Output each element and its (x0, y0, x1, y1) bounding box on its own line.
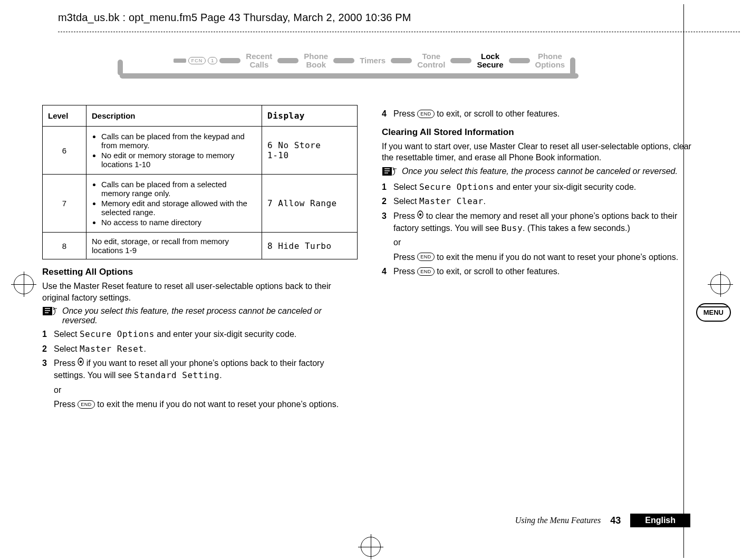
select-key-icon (417, 210, 423, 222)
footer-language: English (630, 514, 690, 527)
page-number: 43 (610, 515, 621, 526)
right-column: Press END to exit, or scroll to other fe… (382, 105, 697, 413)
dashed-rule (58, 32, 740, 32)
page-content: FCN 1 RecentCalls PhoneBook Timers ToneC… (42, 50, 699, 413)
end-key-icon: END (78, 400, 95, 409)
svg-point-2 (80, 361, 82, 363)
registration-mark-icon (361, 537, 381, 557)
note-text: Once you select this feature, the reset … (62, 306, 358, 325)
heading-clearing: Clearing All Stored Information (382, 127, 697, 138)
note-clear: Once you select this feature, the proces… (382, 167, 697, 178)
nav-item-lock-secure: LockSecure (474, 52, 506, 69)
end-key-icon: END (417, 110, 435, 118)
nav-item-tone-control: ToneControl (414, 52, 448, 69)
list-item: Press END to exit, or scroll to other fe… (382, 266, 697, 277)
list-item: Select Secure Options and enter your six… (382, 181, 697, 193)
note-text: Once you select this feature, the proces… (402, 167, 697, 178)
one-key-icon: 1 (208, 57, 217, 64)
end-key-icon: END (417, 253, 435, 261)
table-row: 6 Calls can be placed from the keypad an… (43, 127, 358, 175)
list-item: Select Secure Options and enter your six… (42, 329, 358, 340)
reset-paragraph: Use the Master Reset feature to reset al… (42, 281, 358, 303)
or-text: or (393, 237, 697, 248)
note-icon (382, 167, 398, 178)
nav-item-phone-book: PhoneBook (301, 52, 331, 69)
note-icon (42, 306, 58, 325)
registration-mark-icon (710, 274, 730, 294)
end-key-icon: END (417, 267, 435, 276)
nav-start-keys: FCN 1 (174, 57, 218, 64)
print-header: m3tda_us.bk : opt_menu.fm5 Page 43 Thurs… (58, 12, 411, 24)
list-item: Press END to exit, or scroll to other fe… (382, 108, 697, 120)
list-item: Press if you want to reset all your phon… (42, 358, 358, 410)
list-item: Select Master Clear. (382, 196, 697, 207)
clear-steps: Select Secure Options and enter your six… (382, 181, 697, 277)
svg-point-5 (419, 214, 421, 216)
table-row: 8 No edit, storage, or recall from memor… (43, 233, 358, 259)
nav-item-timers: Timers (356, 56, 389, 65)
select-key-icon (78, 358, 84, 369)
note-reset: Once you select this feature, the reset … (42, 306, 358, 325)
list-item: Press to clear the memory and reset all … (382, 210, 697, 263)
th-level: Level (43, 105, 86, 127)
th-description: Description (86, 105, 262, 127)
reset-alt: Press END to exit the menu if you do not… (54, 399, 358, 410)
reset-steps: Select Secure Options and enter your six… (42, 329, 358, 410)
registration-mark-icon (14, 274, 34, 294)
clear-paragraph: If you want to start over, use Master Cl… (382, 141, 697, 163)
left-column: Level Description Display 6 Calls can be… (42, 105, 358, 413)
heading-resetting: Resetting All Options (42, 267, 358, 277)
nav-item-phone-options: PhoneOptions (532, 52, 568, 69)
table-row: 7 Calls can be placed from a selected me… (43, 175, 358, 233)
page-footer: Using the Menu Features 43 English (515, 514, 690, 527)
list-item: Select Master Reset. (42, 343, 358, 355)
th-display: Display (262, 105, 358, 127)
fcn-key-icon: FCN (188, 57, 206, 64)
clear-alt: Press END to exit the menu if you do not… (393, 252, 697, 263)
step4-top: Press END to exit, or scroll to other fe… (382, 108, 697, 120)
or-text: or (54, 384, 358, 396)
breadcrumb: FCN 1 RecentCalls PhoneBook Timers ToneC… (42, 50, 699, 95)
levels-table: Level Description Display 6 Calls can be… (42, 105, 358, 259)
nav-item-recent-calls: RecentCalls (243, 52, 275, 69)
menu-badge: MENU (696, 303, 731, 322)
footer-title: Using the Menu Features (515, 516, 601, 525)
